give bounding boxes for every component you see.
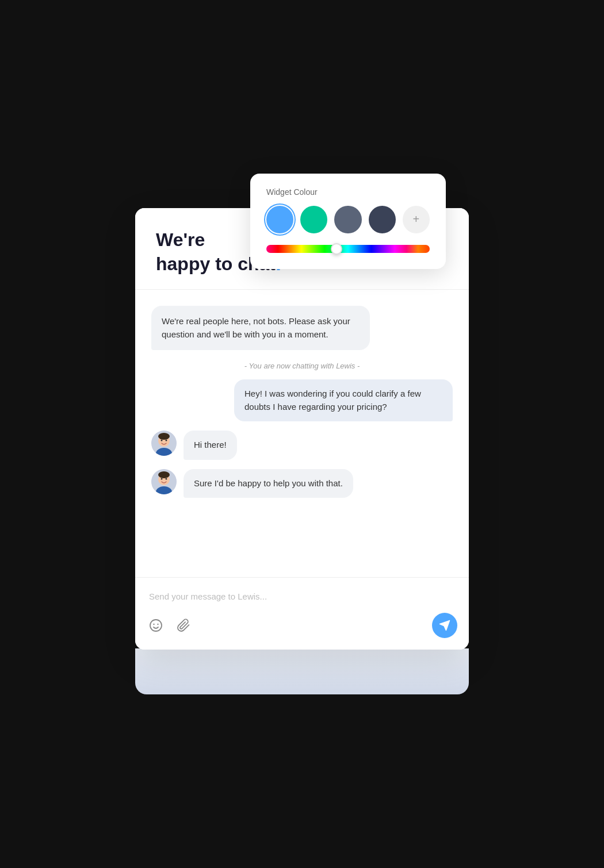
user-message-1: Hey! I was wondering if you could clarif…: [234, 379, 453, 421]
agent-message-wrapper-2: Sure I'd be happy to help you with that.: [151, 469, 453, 498]
user-message-wrapper: Hey! I was wondering if you could clarif…: [151, 379, 453, 421]
agent-message-2: Sure I'd be happy to help you with that.: [184, 469, 353, 498]
colour-slider-thumb: [331, 243, 342, 255]
input-area: Send your message to Lewis...: [135, 577, 469, 650]
svg-point-10: [161, 478, 163, 479]
agent-avatar-svg-2: [151, 469, 177, 494]
svg-point-4: [161, 440, 163, 441]
svg-point-9: [158, 471, 170, 478]
emoji-icon: [149, 619, 163, 632]
colour-swatches: +: [266, 206, 430, 233]
swatch-teal[interactable]: [300, 206, 327, 233]
colour-slider[interactable]: [266, 245, 430, 253]
add-colour-button[interactable]: +: [403, 206, 430, 233]
swatch-blue[interactable]: [266, 206, 293, 233]
input-actions: [147, 613, 457, 638]
emoji-button[interactable]: [147, 616, 165, 635]
messages-area: We're real people here, not bots. Please…: [135, 290, 469, 577]
agent-message-1: Hi there!: [184, 431, 237, 460]
status-message: - You are now chatting with Lewis -: [151, 362, 453, 370]
svg-point-11: [166, 478, 167, 479]
bot-message-1: We're real people here, not bots. Please…: [151, 306, 370, 350]
agent-avatar-svg-1: [151, 431, 177, 456]
header-line1: We're: [156, 229, 205, 250]
agent-avatar-1: [151, 431, 177, 456]
colour-picker-title: Widget Colour: [266, 187, 430, 197]
chat-widget: We're happy to chat. We're real people h…: [135, 208, 469, 650]
svg-point-3: [158, 433, 170, 440]
colour-picker-popup: Widget Colour +: [250, 174, 446, 269]
input-icons: [147, 616, 193, 635]
send-button[interactable]: [432, 613, 457, 638]
swatch-dark-slate[interactable]: [369, 206, 396, 233]
svg-point-14: [157, 624, 158, 625]
svg-point-12: [150, 620, 162, 631]
swatch-slate[interactable]: [334, 206, 361, 233]
send-icon: [439, 620, 450, 631]
main-container: Widget Colour + We're happy to chat. We'…: [135, 208, 469, 695]
attachment-button[interactable]: [174, 616, 193, 635]
agent-message-wrapper-1: Hi there!: [151, 431, 453, 460]
bottom-shadow: [135, 648, 469, 694]
attachment-icon: [177, 619, 190, 632]
input-placeholder[interactable]: Send your message to Lewis...: [147, 587, 457, 606]
svg-point-13: [153, 624, 154, 625]
svg-point-5: [166, 440, 167, 441]
agent-avatar-2: [151, 469, 177, 494]
